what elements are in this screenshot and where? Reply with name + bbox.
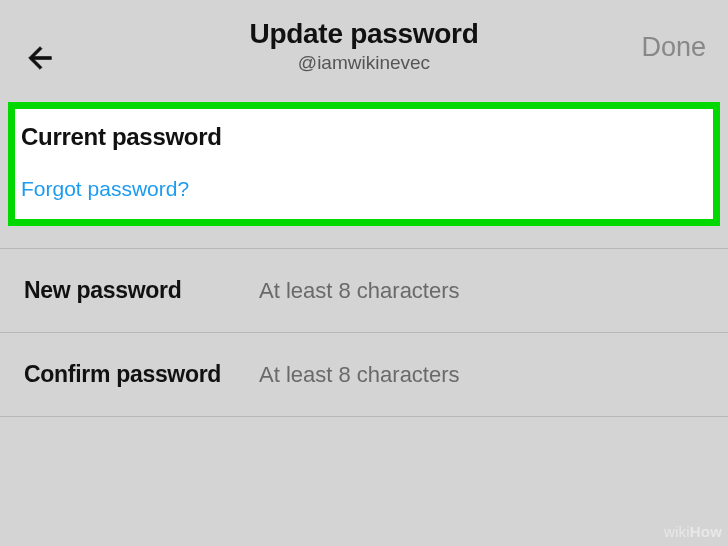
header-bar: Update password @iamwikinevec Done [0, 0, 728, 96]
new-password-row: New password [0, 248, 728, 333]
current-password-section: Current password Forgot password? [8, 102, 720, 226]
done-button[interactable]: Done [641, 32, 706, 63]
confirm-password-input[interactable] [259, 362, 704, 388]
confirm-password-row: Confirm password [0, 333, 728, 417]
page-title: Update password [250, 18, 479, 50]
watermark: wikiHow [664, 523, 722, 540]
confirm-password-label: Confirm password [24, 361, 259, 388]
watermark-wiki: wiki [664, 523, 690, 540]
watermark-how: How [690, 523, 722, 540]
username-handle: @iamwikinevec [250, 52, 479, 74]
current-password-label: Current password [15, 123, 713, 151]
header-title-group: Update password @iamwikinevec [250, 18, 479, 74]
back-button[interactable] [22, 40, 58, 76]
new-password-label: New password [24, 277, 259, 304]
arrow-left-icon [23, 41, 57, 75]
forgot-password-link[interactable]: Forgot password? [15, 177, 203, 201]
new-password-input[interactable] [259, 278, 704, 304]
